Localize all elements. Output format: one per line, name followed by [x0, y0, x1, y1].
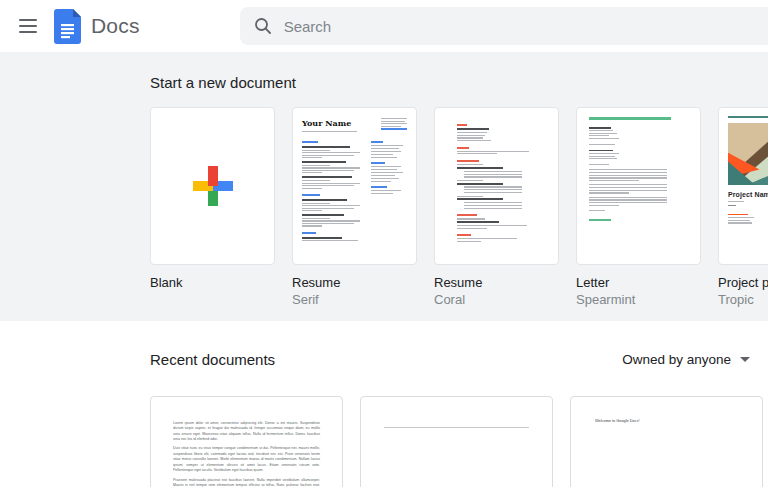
template-blank-card[interactable] — [150, 107, 275, 265]
preview-line — [457, 164, 483, 165]
preview-line — [589, 175, 667, 176]
top-bar: Docs — [0, 0, 768, 52]
preview-line — [302, 188, 322, 189]
preview-line — [589, 135, 609, 136]
preview-line — [457, 151, 529, 152]
owner-filter-dropdown[interactable]: Owned by anyone — [622, 352, 764, 367]
preview-line — [589, 144, 615, 145]
preview-line — [589, 169, 667, 170]
preview-line — [302, 232, 316, 234]
preview-line — [457, 198, 503, 200]
search-bar[interactable] — [240, 7, 768, 45]
preview-line — [589, 177, 667, 178]
menu-icon[interactable] — [8, 6, 48, 46]
preview-line — [464, 205, 522, 206]
preview-line — [589, 130, 613, 131]
preview-line — [302, 199, 347, 201]
template-resume-coral: Resume Coral — [434, 107, 559, 307]
recent-section-title: Recent documents — [150, 351, 275, 368]
preview-line — [371, 151, 401, 152]
doc-horizontal-rule — [384, 427, 529, 428]
preview-line — [302, 183, 360, 184]
preview-line — [589, 205, 619, 206]
template-title: Blank — [150, 275, 275, 290]
preview-line — [302, 218, 330, 219]
doc-preview: Welcome to Google Docs! — [571, 397, 762, 426]
preview-line — [728, 222, 752, 223]
preview-line — [457, 238, 517, 239]
preview-line — [302, 220, 360, 221]
template-subtitle: Serif — [292, 292, 417, 307]
preview-name: Project Name — [728, 191, 768, 198]
template-resume-serif-card[interactable]: Your Name — [292, 107, 417, 265]
preview-block — [728, 116, 768, 118]
preview-line — [589, 197, 667, 198]
preview-line — [381, 128, 407, 129]
preview-line — [302, 205, 360, 206]
preview-line — [589, 202, 667, 203]
preview-line — [302, 225, 322, 226]
template-subtitle — [150, 292, 275, 307]
preview-line — [381, 126, 401, 127]
preview-line — [464, 189, 522, 190]
preview-line — [302, 155, 354, 156]
search-input[interactable] — [284, 18, 702, 35]
doc-paragraph: Praesent malesuada placerat nisi faucibu… — [173, 477, 320, 487]
preview-line — [589, 153, 619, 154]
preview-line — [371, 186, 387, 188]
template-subtitle: Spearmint — [576, 292, 701, 307]
recent-doc-card-1[interactable]: Lorem ipsum dolor sit amet, consectetur … — [150, 396, 343, 487]
preview-line — [589, 187, 667, 188]
preview-line — [371, 169, 397, 170]
preview-line — [371, 148, 399, 149]
preview-line — [371, 162, 385, 164]
preview-line — [728, 205, 736, 206]
recent-header: Recent documents Owned by anyone — [150, 351, 764, 368]
preview-line — [464, 171, 522, 172]
preview-line — [381, 123, 407, 124]
preview-line — [302, 208, 354, 209]
preview-line — [589, 158, 617, 159]
preview-line — [457, 167, 503, 169]
preview-line — [457, 225, 527, 226]
template-project-tropic: Project Name Project proposal Tropic — [718, 107, 768, 307]
preview-line — [457, 147, 469, 149]
template-resume-coral-card[interactable] — [434, 107, 559, 265]
preview-line — [371, 166, 401, 167]
template-row: Blank Your Name Resume Serif Resume Cora… — [150, 107, 768, 307]
preview-line — [464, 186, 522, 187]
preview-line — [371, 190, 401, 191]
doc-title-text: Welcome to Google Docs! — [595, 419, 760, 423]
template-subtitle: Tropic — [718, 292, 768, 307]
preview-line — [464, 176, 522, 177]
preview-line — [302, 152, 360, 153]
preview-line — [457, 153, 497, 154]
preview-line — [371, 193, 393, 194]
preview-block — [302, 137, 364, 242]
preview-line — [728, 217, 754, 218]
preview-line — [302, 165, 330, 166]
preview-line — [589, 133, 617, 134]
template-title: Project proposal — [718, 275, 768, 290]
preview-line — [302, 194, 320, 196]
preview-line — [589, 180, 639, 181]
template-letter-spearmint-card[interactable] — [576, 107, 701, 265]
preview-line — [457, 180, 483, 181]
recent-documents-section: Recent documents Owned by anyone Lorem i… — [0, 321, 768, 487]
template-blank: Blank — [150, 107, 275, 307]
preview-line — [302, 172, 322, 173]
preview-line — [371, 178, 399, 179]
preview-line — [302, 214, 344, 216]
recent-doc-card-2[interactable] — [360, 396, 553, 487]
preview-line — [464, 202, 522, 203]
preview-line — [464, 174, 522, 175]
preview-line — [371, 172, 403, 173]
doc-paragraph: Duis vitae nunc eu risus tempor congue c… — [173, 446, 320, 473]
preview-line — [302, 170, 354, 171]
preview-block — [381, 118, 407, 132]
preview-block — [302, 137, 407, 242]
docs-logo-icon[interactable] — [54, 9, 81, 44]
doc-paragraph: Lorem ipsum dolor sit amet, consectetur … — [173, 420, 320, 442]
template-project-tropic-card[interactable]: Project Name — [718, 107, 768, 265]
recent-doc-card-3[interactable]: Welcome to Google Docs! — [570, 396, 763, 487]
